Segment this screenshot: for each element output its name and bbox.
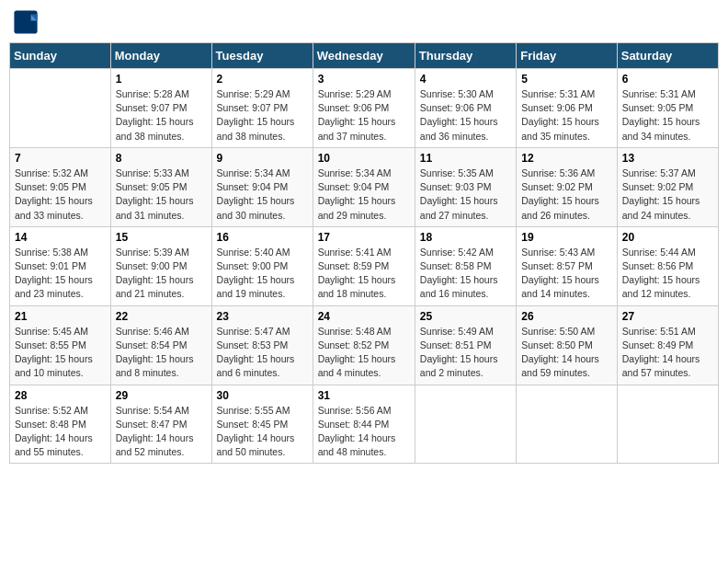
- day-number: 16: [217, 231, 308, 244]
- day-info: Sunrise: 5:44 AMSunset: 8:56 PMDaylight:…: [622, 246, 713, 302]
- day-cell: 23Sunrise: 5:47 AMSunset: 8:53 PMDayligh…: [211, 305, 313, 385]
- day-cell: 15Sunrise: 5:39 AMSunset: 9:00 PMDayligh…: [110, 226, 211, 305]
- day-cell: [617, 385, 718, 464]
- svg-rect-0: [14, 10, 37, 33]
- day-info: Sunrise: 5:45 AMSunset: 8:55 PMDaylight:…: [15, 325, 106, 381]
- day-cell: 17Sunrise: 5:41 AMSunset: 8:59 PMDayligh…: [313, 226, 415, 305]
- week-row-4: 21Sunrise: 5:45 AMSunset: 8:55 PMDayligh…: [10, 305, 719, 385]
- week-row-3: 14Sunrise: 5:38 AMSunset: 9:01 PMDayligh…: [10, 226, 719, 305]
- weekday-saturday: Saturday: [617, 43, 718, 69]
- day-number: 18: [420, 231, 511, 244]
- day-info: Sunrise: 5:52 AMSunset: 8:48 PMDaylight:…: [15, 404, 106, 460]
- day-info: Sunrise: 5:32 AMSunset: 9:05 PMDaylight:…: [15, 167, 106, 223]
- day-info: Sunrise: 5:38 AMSunset: 9:01 PMDaylight:…: [15, 246, 106, 302]
- week-row-1: 1Sunrise: 5:28 AMSunset: 9:07 PMDaylight…: [10, 69, 719, 148]
- day-number: 24: [318, 310, 410, 323]
- day-cell: 4Sunrise: 5:30 AMSunset: 9:06 PMDaylight…: [415, 69, 516, 148]
- day-info: Sunrise: 5:42 AMSunset: 8:58 PMDaylight:…: [420, 246, 511, 302]
- weekday-header-row: SundayMondayTuesdayWednesdayThursdayFrid…: [10, 43, 719, 69]
- day-number: 21: [15, 310, 106, 323]
- day-info: Sunrise: 5:31 AMSunset: 9:06 PMDaylight:…: [521, 87, 612, 144]
- calendar-body: 1Sunrise: 5:28 AMSunset: 9:07 PMDaylight…: [10, 69, 719, 464]
- page-header: [9, 9, 719, 35]
- day-info: Sunrise: 5:49 AMSunset: 8:51 PMDaylight:…: [420, 325, 511, 381]
- day-number: 11: [420, 152, 511, 165]
- day-info: Sunrise: 5:51 AMSunset: 8:49 PMDaylight:…: [622, 325, 713, 381]
- day-info: Sunrise: 5:55 AMSunset: 8:45 PMDaylight:…: [217, 404, 308, 460]
- day-cell: 24Sunrise: 5:48 AMSunset: 8:52 PMDayligh…: [313, 305, 415, 385]
- day-cell: 20Sunrise: 5:44 AMSunset: 8:56 PMDayligh…: [617, 226, 718, 305]
- day-info: Sunrise: 5:50 AMSunset: 8:50 PMDaylight:…: [521, 325, 612, 381]
- day-cell: 3Sunrise: 5:29 AMSunset: 9:06 PMDaylight…: [313, 69, 415, 148]
- week-row-2: 7Sunrise: 5:32 AMSunset: 9:05 PMDaylight…: [10, 147, 719, 226]
- day-cell: 19Sunrise: 5:43 AMSunset: 8:57 PMDayligh…: [517, 226, 618, 305]
- day-number: 28: [15, 389, 106, 402]
- day-cell: 14Sunrise: 5:38 AMSunset: 9:01 PMDayligh…: [10, 226, 111, 305]
- day-cell: [415, 385, 516, 464]
- day-cell: 5Sunrise: 5:31 AMSunset: 9:06 PMDaylight…: [517, 69, 618, 148]
- day-number: 14: [15, 231, 106, 244]
- day-number: 13: [622, 152, 713, 165]
- day-info: Sunrise: 5:35 AMSunset: 9:03 PMDaylight:…: [420, 167, 511, 223]
- day-number: 5: [521, 73, 612, 86]
- weekday-monday: Monday: [110, 43, 211, 69]
- day-cell: 21Sunrise: 5:45 AMSunset: 8:55 PMDayligh…: [10, 305, 111, 385]
- day-number: 19: [521, 231, 612, 244]
- day-number: 26: [521, 310, 612, 323]
- day-number: 3: [318, 73, 410, 86]
- day-cell: 9Sunrise: 5:34 AMSunset: 9:04 PMDaylight…: [211, 147, 313, 226]
- day-info: Sunrise: 5:41 AMSunset: 8:59 PMDaylight:…: [318, 246, 410, 302]
- weekday-tuesday: Tuesday: [211, 43, 313, 69]
- day-number: 2: [217, 73, 308, 86]
- day-info: Sunrise: 5:28 AMSunset: 9:07 PMDaylight:…: [116, 87, 207, 144]
- logo: [13, 9, 42, 35]
- day-number: 23: [217, 310, 308, 323]
- weekday-friday: Friday: [517, 43, 618, 69]
- day-number: 30: [217, 389, 308, 402]
- day-info: Sunrise: 5:47 AMSunset: 8:53 PMDaylight:…: [217, 325, 308, 381]
- day-cell: 26Sunrise: 5:50 AMSunset: 8:50 PMDayligh…: [517, 305, 618, 385]
- day-cell: 10Sunrise: 5:34 AMSunset: 9:04 PMDayligh…: [313, 147, 415, 226]
- day-number: 29: [116, 389, 207, 402]
- day-number: 12: [521, 152, 612, 165]
- day-number: 25: [420, 310, 511, 323]
- day-info: Sunrise: 5:54 AMSunset: 8:47 PMDaylight:…: [116, 404, 207, 460]
- day-number: 22: [116, 310, 207, 323]
- day-info: Sunrise: 5:39 AMSunset: 9:00 PMDaylight:…: [116, 246, 207, 302]
- day-cell: 27Sunrise: 5:51 AMSunset: 8:49 PMDayligh…: [617, 305, 718, 385]
- day-cell: 8Sunrise: 5:33 AMSunset: 9:05 PMDaylight…: [110, 147, 211, 226]
- day-info: Sunrise: 5:34 AMSunset: 9:04 PMDaylight:…: [217, 167, 308, 223]
- day-cell: 11Sunrise: 5:35 AMSunset: 9:03 PMDayligh…: [415, 147, 516, 226]
- day-number: 17: [318, 231, 410, 244]
- day-number: 4: [420, 73, 511, 86]
- day-cell: [10, 69, 111, 148]
- weekday-sunday: Sunday: [10, 43, 111, 69]
- weekday-thursday: Thursday: [415, 43, 516, 69]
- day-cell: [517, 385, 618, 464]
- day-info: Sunrise: 5:31 AMSunset: 9:05 PMDaylight:…: [622, 87, 713, 144]
- day-info: Sunrise: 5:56 AMSunset: 8:44 PMDaylight:…: [318, 404, 410, 460]
- day-info: Sunrise: 5:29 AMSunset: 9:06 PMDaylight:…: [318, 87, 410, 144]
- day-number: 8: [116, 152, 207, 165]
- calendar: SundayMondayTuesdayWednesdayThursdayFrid…: [9, 42, 719, 464]
- day-info: Sunrise: 5:30 AMSunset: 9:06 PMDaylight:…: [420, 87, 511, 144]
- day-number: 9: [217, 152, 308, 165]
- day-info: Sunrise: 5:43 AMSunset: 8:57 PMDaylight:…: [521, 246, 612, 302]
- day-cell: 18Sunrise: 5:42 AMSunset: 8:58 PMDayligh…: [415, 226, 516, 305]
- day-info: Sunrise: 5:37 AMSunset: 9:02 PMDaylight:…: [622, 167, 713, 223]
- day-cell: 7Sunrise: 5:32 AMSunset: 9:05 PMDaylight…: [10, 147, 111, 226]
- day-number: 6: [622, 73, 713, 86]
- day-cell: 29Sunrise: 5:54 AMSunset: 8:47 PMDayligh…: [110, 385, 211, 464]
- day-info: Sunrise: 5:36 AMSunset: 9:02 PMDaylight:…: [521, 167, 612, 223]
- week-row-5: 28Sunrise: 5:52 AMSunset: 8:48 PMDayligh…: [10, 385, 719, 464]
- day-number: 1: [116, 73, 207, 86]
- day-cell: 13Sunrise: 5:37 AMSunset: 9:02 PMDayligh…: [617, 147, 718, 226]
- day-cell: 1Sunrise: 5:28 AMSunset: 9:07 PMDaylight…: [110, 69, 211, 148]
- weekday-wednesday: Wednesday: [313, 43, 415, 69]
- day-cell: 16Sunrise: 5:40 AMSunset: 9:00 PMDayligh…: [211, 226, 313, 305]
- day-number: 10: [318, 152, 410, 165]
- day-number: 27: [622, 310, 713, 323]
- day-cell: 28Sunrise: 5:52 AMSunset: 8:48 PMDayligh…: [10, 385, 111, 464]
- day-number: 7: [15, 152, 106, 165]
- day-info: Sunrise: 5:33 AMSunset: 9:05 PMDaylight:…: [116, 167, 207, 223]
